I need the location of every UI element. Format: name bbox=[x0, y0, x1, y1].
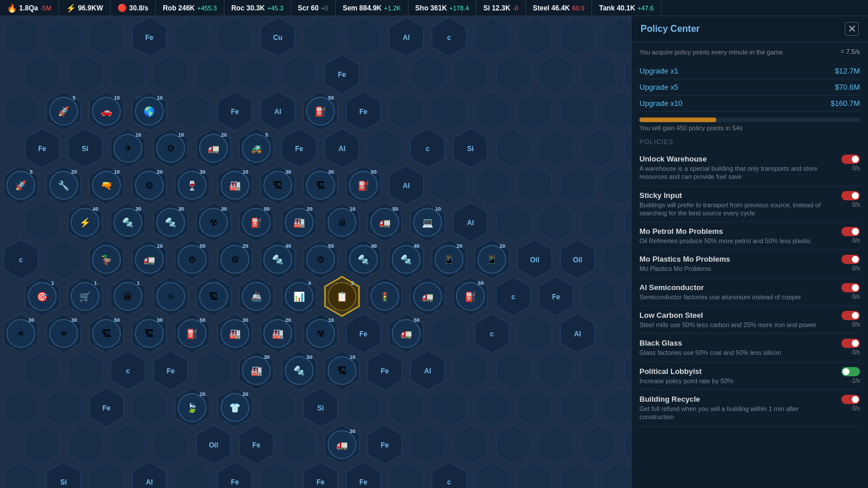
topbar-rob: Rob 246K +455.3 bbox=[156, 0, 224, 16]
toggle-mo-petrol[interactable] bbox=[841, 227, 860, 236]
topbar-fire: 🔥 1.8Qa -5M bbox=[0, 0, 59, 16]
policy-mo-plastics[interactable]: Mo Plastics Mo Problems Mo Plastics Mo P… bbox=[639, 250, 860, 278]
topbar-scr: Scr 60 +0 bbox=[291, 0, 336, 16]
upgrade-x10-cost: $160.7M bbox=[830, 99, 860, 108]
toggle-sticky-input[interactable] bbox=[841, 191, 860, 200]
upgrade-x10-row[interactable]: Upgrade x10 $160.7M bbox=[639, 96, 860, 112]
progress-bar-bg bbox=[639, 118, 860, 122]
topbar-sem: Sem 884.9K +1.2K bbox=[336, 0, 408, 16]
topbar-si: Si 12.3K -0 bbox=[476, 0, 525, 16]
policies-section-label: POLICIES bbox=[639, 138, 860, 145]
hex-container[interactable] bbox=[0, 16, 631, 488]
topbar-sho: Sho 361K +178.4 bbox=[409, 0, 477, 16]
topbar-tank: Tank 40.1K +47.6 bbox=[592, 0, 661, 16]
policy-sticky-input[interactable]: Sticky Input Buildings will prefer to tr… bbox=[639, 186, 860, 223]
upgrade-x5-cost: $70.6M bbox=[835, 83, 860, 91]
bolt-icon: ⚡ bbox=[66, 3, 76, 13]
policy-close-button[interactable]: ✕ bbox=[845, 22, 859, 36]
policy-title: Policy Center bbox=[641, 24, 700, 34]
toggle-unlock-warehouse[interactable] bbox=[841, 155, 860, 164]
policy-black-glass[interactable]: Black Glass Glass factories use 50% coal… bbox=[639, 334, 860, 362]
policy-al-semiconductor[interactable]: Al Semiconductor Semiconductor factories… bbox=[639, 278, 860, 306]
policy-unlock-warehouse[interactable]: Unlock Warehouse A warehouse is a specia… bbox=[639, 150, 860, 186]
progress-bar-fill bbox=[639, 118, 716, 122]
topbar-power: ⚡ 96.9KW bbox=[59, 0, 111, 16]
policy-rate-text: = 7.5/s bbox=[841, 48, 860, 55]
toggle-political-lobbyist[interactable] bbox=[841, 367, 860, 376]
policy-body[interactable]: You acquire policy points every minute i… bbox=[631, 42, 868, 488]
policy-panel: Policy Center ✕ You acquire policy point… bbox=[631, 16, 868, 488]
toggle-mo-plastics[interactable] bbox=[841, 255, 860, 264]
policy-low-carbon-steel[interactable]: Low Carbon Steel Steel mills use 50% les… bbox=[639, 306, 860, 334]
policy-mo-petrol[interactable]: Mo Petrol Mo Problems Oil Refineries pro… bbox=[639, 222, 860, 250]
upgrade-x5-row[interactable]: Upgrade x5 $70.6M bbox=[639, 79, 860, 96]
toggle-black-glass[interactable] bbox=[841, 339, 860, 348]
topbar-roc: Roc 30.3K +45.3 bbox=[225, 0, 291, 16]
topbar: 🔥 1.8Qa -5M ⚡ 96.9KW 🔴 30.8/s Rob 246K +… bbox=[0, 0, 868, 16]
topbar-health: 🔴 30.8/s bbox=[111, 0, 156, 16]
upgrade-x5-label: Upgrade x5 bbox=[639, 83, 678, 91]
upgrade-x1-label: Upgrade x1 bbox=[639, 67, 678, 75]
progress-text: You will gain 450 policy points in 54s bbox=[639, 124, 860, 131]
fire-icon: 🔥 bbox=[7, 3, 17, 13]
toggle-low-carbon-steel[interactable] bbox=[841, 311, 860, 320]
game-area[interactable]: FeCuAlcFe🚀5🚗10🌎10FeAI⛽50FeFeSi✈10⚙10🚛20🚜… bbox=[0, 16, 631, 488]
policy-header: Policy Center ✕ bbox=[631, 16, 868, 42]
upgrade-x10-label: Upgrade x10 bbox=[639, 99, 682, 108]
upgrade-x1-row[interactable]: Upgrade x1 $12.7M bbox=[639, 63, 860, 79]
policy-building-recycle[interactable]: Building Recycle Get full refund when yo… bbox=[639, 390, 860, 427]
policy-info-text: You acquire policy points every minute i… bbox=[639, 48, 783, 57]
upgrade-x1-cost: $12.7M bbox=[835, 67, 860, 75]
health-icon: 🔴 bbox=[117, 3, 127, 12]
policy-political-lobbyist[interactable]: Political Lobbyist Increase policy point… bbox=[639, 362, 860, 390]
topbar-steel: Steel 46.4K 60.9 bbox=[526, 0, 592, 16]
progress-container: You will gain 450 policy points in 54s bbox=[639, 118, 860, 131]
toggle-al-semiconductor[interactable] bbox=[841, 283, 860, 292]
toggle-building-recycle[interactable] bbox=[841, 395, 860, 404]
